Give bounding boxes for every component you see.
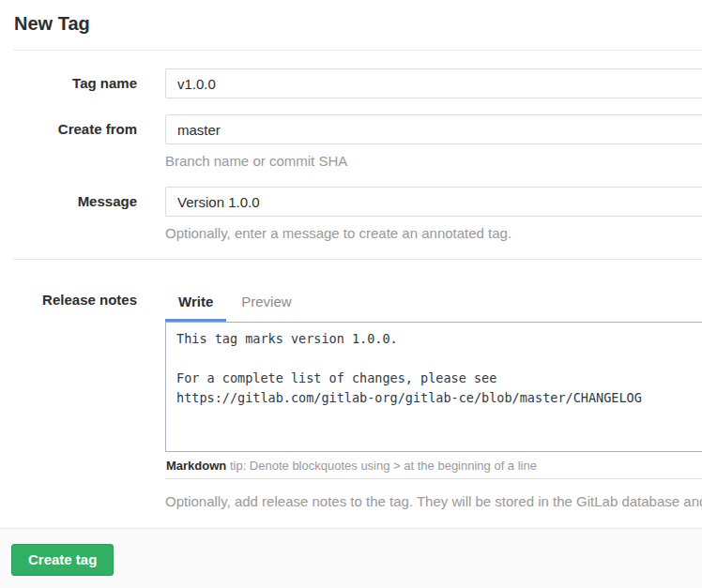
release-notes-textarea[interactable]: This tag marks version 1.0.0. For a comp… bbox=[165, 322, 702, 452]
create-tag-button[interactable]: Create tag bbox=[11, 544, 114, 576]
new-tag-page: New Tag Tag name Create from Branch name… bbox=[0, 0, 702, 588]
tab-preview[interactable]: Preview bbox=[228, 282, 304, 322]
tab-write[interactable]: Write bbox=[165, 282, 226, 322]
markdown-tip-bold: Markdown bbox=[166, 459, 226, 473]
message-row: Message Optionally, enter a message to c… bbox=[0, 187, 702, 243]
tag-name-input[interactable] bbox=[165, 68, 702, 98]
create-from-label: Create from bbox=[0, 114, 137, 171]
release-notes-row: Release notes Write Preview This tag mar… bbox=[0, 282, 702, 511]
tag-name-label: Tag name bbox=[0, 68, 137, 98]
markdown-tip-text: tip: Denote blockquotes using > at the b… bbox=[226, 459, 537, 473]
page-title: New Tag bbox=[14, 12, 688, 35]
form-actions: Create tag bbox=[0, 528, 702, 588]
message-label: Message bbox=[0, 187, 137, 243]
release-notes-hint: Optionally, add release notes to the tag… bbox=[165, 491, 702, 511]
new-tag-form: Tag name Create from Branch name or comm… bbox=[0, 51, 702, 588]
create-from-row: Create from Branch name or commit SHA bbox=[0, 114, 702, 171]
create-from-hint: Branch name or commit SHA bbox=[165, 151, 702, 171]
create-from-input[interactable] bbox=[165, 114, 702, 144]
markdown-tip-toolbar: Markdown tip: Denote blockquotes using >… bbox=[165, 452, 702, 479]
tag-name-row: Tag name bbox=[0, 68, 702, 98]
release-notes-label: Release notes bbox=[0, 282, 137, 511]
page-header: New Tag bbox=[0, 0, 702, 35]
message-input[interactable] bbox=[165, 187, 702, 217]
message-hint: Optionally, enter a message to create an… bbox=[165, 223, 702, 243]
editor-tabs: Write Preview bbox=[165, 282, 702, 322]
section-divider bbox=[13, 259, 702, 260]
